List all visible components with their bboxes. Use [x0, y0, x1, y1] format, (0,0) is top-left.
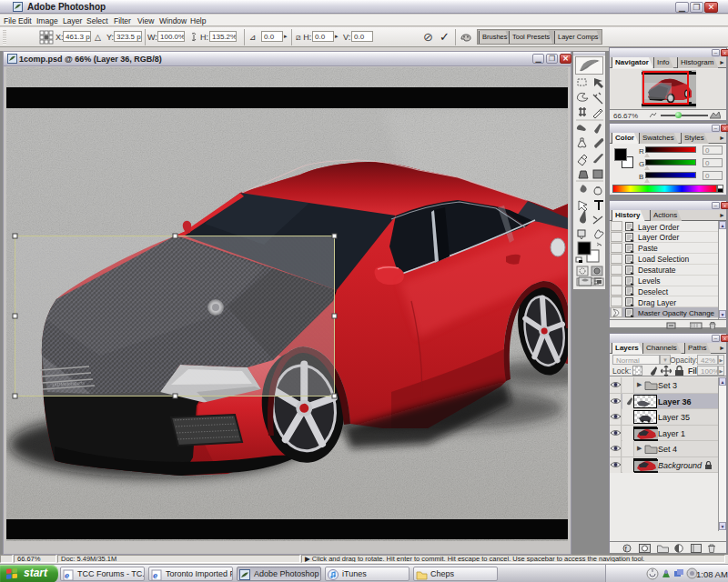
svg-text:e: e [153, 571, 157, 580]
svg-text:e: e [65, 571, 69, 580]
